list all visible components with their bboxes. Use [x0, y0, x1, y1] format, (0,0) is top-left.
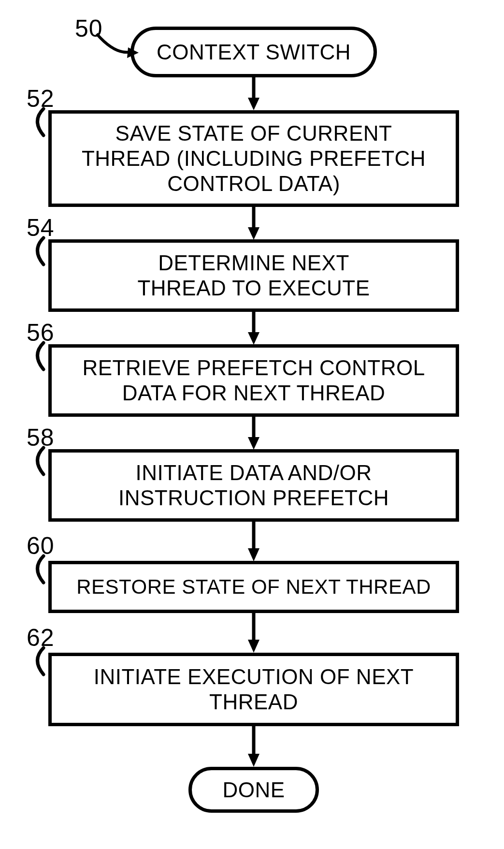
- arrow-5: [245, 613, 262, 654]
- process-58: INITIATE DATA AND/OR INSTRUCTION PREFETC…: [48, 449, 459, 522]
- process-54: DETERMINE NEXT THREAD TO EXECUTE: [48, 239, 459, 312]
- process-52: SAVE STATE OF CURRENT THREAD (INCLUDING …: [48, 110, 459, 207]
- svg-marker-4: [248, 227, 259, 240]
- leader-50: [94, 31, 140, 58]
- arrow-3: [245, 417, 262, 451]
- hook-56: [29, 340, 58, 374]
- process-62: INITIATE EXECUTION OF NEXT THREAD: [48, 653, 459, 726]
- svg-marker-8: [248, 437, 259, 450]
- process-52-text: SAVE STATE OF CURRENT THREAD (INCLUDING …: [82, 121, 426, 196]
- hook-62: [29, 645, 58, 679]
- process-56-text: RETRIEVE PREFETCH CONTROL DATA FOR NEXT …: [82, 355, 425, 406]
- terminator-done-text: DONE: [222, 777, 285, 803]
- svg-marker-14: [248, 754, 259, 767]
- process-56: RETRIEVE PREFETCH CONTROL DATA FOR NEXT …: [48, 344, 459, 417]
- arrow-0: [245, 77, 262, 111]
- arrow-2: [245, 312, 262, 346]
- hook-54: [29, 235, 58, 269]
- process-60: RESTORE STATE OF NEXT THREAD: [48, 561, 459, 613]
- terminator-start-text: CONTEXT SWITCH: [157, 40, 351, 65]
- arrow-6: [245, 726, 262, 768]
- hook-52: [29, 106, 58, 140]
- hook-60: [29, 554, 58, 587]
- process-58-text: INITIATE DATA AND/OR INSTRUCTION PREFETC…: [118, 460, 389, 511]
- process-62-text: INITIATE EXECUTION OF NEXT THREAD: [94, 664, 414, 715]
- svg-marker-10: [248, 548, 259, 561]
- flowchart-canvas: CONTEXT SWITCH 50 SAVE STATE OF CURRENT …: [0, 0, 504, 849]
- svg-marker-6: [248, 332, 259, 345]
- arrow-4: [245, 522, 262, 562]
- svg-marker-0: [127, 47, 139, 58]
- terminator-start: CONTEXT SWITCH: [130, 27, 377, 77]
- process-60-text: RESTORE STATE OF NEXT THREAD: [76, 575, 431, 599]
- hook-58: [29, 445, 58, 479]
- svg-marker-2: [248, 98, 259, 110]
- svg-marker-12: [248, 640, 259, 653]
- arrow-1: [245, 207, 262, 241]
- process-54-text: DETERMINE NEXT THREAD TO EXECUTE: [137, 250, 370, 301]
- terminator-done: DONE: [188, 767, 319, 813]
